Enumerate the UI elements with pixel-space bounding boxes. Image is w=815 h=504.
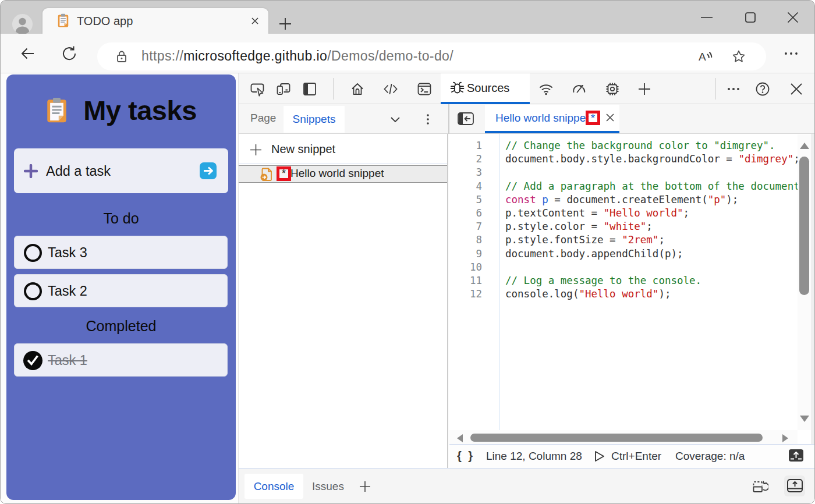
browser-tab[interactable]: TODO app [42,8,268,34]
elements-icon[interactable] [383,81,398,97]
drawer-panel-toggle[interactable] [784,475,805,496]
snippet-list-item[interactable]: * Hello world snippet [239,165,447,183]
code-token: ; [646,221,653,232]
horizontal-scrollbar-thumb[interactable] [470,434,763,442]
memory-icon[interactable] [605,81,620,97]
check-icon [26,354,40,367]
run-shortcut: Ctrl+Enter [611,450,661,463]
arrow-right-icon [202,165,214,177]
code-token: "dimgrey" [738,153,793,165]
new-tab-button[interactable] [278,17,292,31]
clipboard-icon [45,96,68,124]
add-task-input[interactable]: Add a task [46,164,111,179]
code-token: "p" [708,194,727,205]
editor-tab-close-icon[interactable] [604,112,616,123]
code-line: const p = document.createElement("p"); [505,193,806,207]
customize-devtools-icon[interactable] [726,81,741,97]
editor-tab-hello-world-snippet[interactable]: Hello world snippet * [485,105,619,132]
code-line: // Change the background color to "dimgr… [505,139,806,152]
task-unchecked-icon[interactable] [24,282,42,300]
new-snippet-button[interactable]: New snippet [239,134,447,164]
task-row-completed[interactable]: Task 1 [14,343,228,377]
code-token: p.style.fontSize = [505,234,622,246]
tab-close-icon[interactable] [250,16,260,26]
code-line: document.body.style.backgroundColor = "d… [505,152,806,166]
tab-title: TODO app [77,15,133,28]
navigator-tab-snippets[interactable]: Snippets [284,106,345,133]
more-tabs-icon[interactable] [637,81,652,97]
scroll-up-arrow[interactable] [800,143,809,149]
toolbar-separator [333,78,334,100]
navigator-tab-page[interactable]: Page [250,112,276,125]
scroll-right-arrow[interactable] [782,434,788,442]
add-task-button[interactable] [200,162,217,179]
refresh-button[interactable] [61,45,77,62]
horizontal-scrollbar[interactable] [449,430,798,444]
lock-icon[interactable] [115,50,128,63]
browser-window: TODO app [0,0,815,504]
chevron-down-icon[interactable] [389,113,402,126]
network-icon[interactable] [538,81,554,97]
toggle-panel-outline-icon [787,479,803,492]
welcome-home-icon[interactable] [350,81,365,97]
url-domain: microsoftedge.github.io [183,48,327,63]
plus-icon [250,144,262,156]
code-area[interactable]: 1 2 3 4 5 6 7 8 9 10 11 12 // Change the… [449,134,815,430]
window-close-button[interactable] [786,10,800,24]
task-unchecked-icon[interactable] [24,244,42,262]
window-maximize-button[interactable] [743,10,757,24]
profile-avatar[interactable] [12,14,33,34]
task-checked-icon[interactable] [23,351,42,370]
new-snippet-label: New snippet [271,143,335,156]
task-row[interactable]: Task 2 [14,274,228,307]
devtools-panel: Sources [238,73,815,504]
vertical-scrollbar[interactable] [798,134,811,430]
coverage-status: Coverage: n/a [675,450,745,463]
restore-snippet-icon[interactable] [752,480,768,494]
settings-more-icon[interactable] [783,47,799,61]
code-content[interactable]: // Change the background color to "dimgr… [505,139,806,301]
line-numbers: 1 2 3 4 5 6 7 8 9 10 11 12 [470,139,482,301]
todo-header: My tasks [6,91,236,129]
address-bar[interactable]: https://microsoftedge.github.io/Demos/de… [97,42,766,70]
scroll-down-arrow[interactable] [800,416,809,422]
code-line [505,261,806,274]
editor-tab-underline [485,131,619,133]
code-token: "white" [604,221,647,232]
favorites-star-icon[interactable] [731,49,746,64]
code-token: p.style.color = [505,221,604,232]
todo-card: My tasks Add a task To do Task 3Task 2 C… [6,74,236,500]
snippet-file-icon [260,167,274,182]
drawer-tab-console[interactable]: Console [245,474,303,499]
editor-right-gutter [811,134,815,444]
device-emulation-icon[interactable] [276,81,291,97]
back-button[interactable] [20,45,36,62]
task-row[interactable]: Task 3 [14,236,228,269]
editor-status-bar: { } Line 12, Column 28 Ctrl+Enter Covera… [449,444,815,468]
code-token: // Log a message to the console. [505,275,701,286]
svg-text:A: A [699,51,706,63]
vertical-scrollbar-thumb[interactable] [799,157,809,295]
sources-tab-label: Sources [467,81,509,95]
snippets-pane: New snippet * Hello world snippet [239,134,448,468]
performance-icon[interactable] [572,81,587,97]
more-options-kebab-icon[interactable] [421,112,434,126]
close-devtools-icon[interactable] [789,81,804,97]
code-line: document.body.appendChild(p); [505,247,806,261]
toggle-panel-icon[interactable] [788,449,804,462]
drawer-more-tabs-icon[interactable] [359,480,371,493]
scroll-left-arrow[interactable] [457,434,463,442]
url-text[interactable]: https://microsoftedge.github.io/Demos/de… [141,48,453,64]
help-icon[interactable] [755,81,770,97]
inspect-icon[interactable] [250,81,265,97]
console-icon[interactable] [417,81,432,97]
url-scheme: https:// [141,48,183,63]
hide-navigator-icon[interactable] [458,112,474,125]
pretty-print-icon[interactable]: { } [457,449,474,463]
activity-bar-icon[interactable] [302,81,317,97]
window-minimize-button[interactable] [700,10,714,24]
read-aloud-icon[interactable]: A [699,49,714,64]
tab-sources[interactable]: Sources [441,73,530,104]
drawer-tab-issues[interactable]: Issues [312,480,344,493]
run-snippet-icon[interactable] [592,449,606,463]
